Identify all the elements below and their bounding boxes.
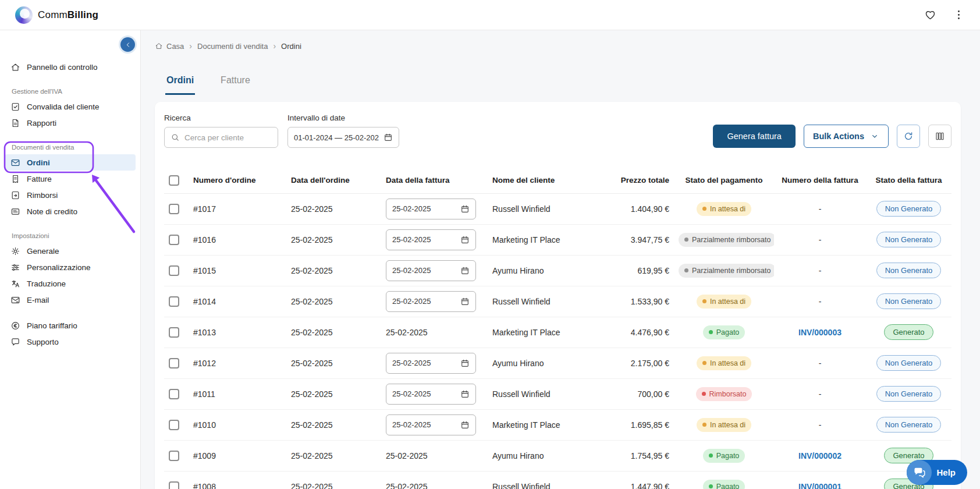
order-number-cell: #1009 bbox=[189, 440, 286, 471]
order-date-cell: 25-02-2025 bbox=[286, 471, 381, 489]
sidebar-item-traduzione[interactable]: Traduzione bbox=[5, 275, 136, 292]
column-settings-button[interactable] bbox=[928, 125, 951, 148]
sidebar-item-rapporti[interactable]: Rapporti bbox=[5, 115, 136, 131]
order-date-cell: 25-02-2025 bbox=[286, 440, 381, 471]
checkbox-cell bbox=[164, 193, 189, 224]
tab-fatture[interactable]: Fatture bbox=[219, 70, 251, 95]
row-checkbox[interactable] bbox=[169, 389, 179, 399]
select-all-checkbox[interactable] bbox=[169, 175, 179, 186]
column-header-numero-d-ordine: Numero d'ordine bbox=[189, 168, 286, 193]
payment-status-cell: Pagato bbox=[674, 471, 774, 489]
sidebar-item-ordini[interactable]: Ordini bbox=[5, 154, 136, 171]
breadcrumb-item-documenti-di-vendita[interactable]: Documenti di vendita bbox=[197, 42, 268, 51]
brand-prefix: Comm bbox=[38, 9, 68, 20]
topbar: CommBilling bbox=[0, 0, 980, 30]
row-checkbox[interactable] bbox=[169, 481, 179, 489]
invoice-date-value: 25-02-2025 bbox=[392, 389, 431, 398]
sidebar-item-piano-tariffario[interactable]: Piano tariffario bbox=[5, 317, 136, 334]
payment-status-label: Pagato bbox=[716, 452, 740, 460]
order-number-cell: #1012 bbox=[189, 348, 286, 378]
breadcrumb-separator: › bbox=[189, 41, 192, 51]
invoice-date-cell: 25-02-2025 bbox=[381, 378, 488, 409]
order-date-cell: 25-02-2025 bbox=[286, 378, 381, 409]
total-price-cell: 4.476,90 € bbox=[603, 317, 674, 348]
tab-ordini[interactable]: Ordini bbox=[165, 70, 195, 95]
invoice-date-picker[interactable]: 25-02-2025 bbox=[386, 229, 476, 250]
invoice-date-picker[interactable]: 25-02-2025 bbox=[386, 353, 476, 374]
kebab-menu-icon[interactable] bbox=[953, 9, 965, 21]
sidebar-item-fatture[interactable]: Fatture bbox=[5, 171, 136, 187]
invoice-status-cell: Non Generato bbox=[866, 348, 951, 378]
invoice-date-picker[interactable]: 25-02-2025 bbox=[386, 199, 476, 219]
row-checkbox[interactable] bbox=[169, 296, 179, 307]
main-content: Casa›Documenti di vendita›Ordini OrdiniF… bbox=[141, 30, 980, 489]
invoice-number-link[interactable]: INV/000003 bbox=[798, 328, 841, 337]
sidebar-item-label: Traduzione bbox=[27, 279, 66, 288]
invoice-date-value: 25-02-2025 bbox=[392, 266, 431, 275]
invoice-number-link[interactable]: INV/000001 bbox=[798, 482, 841, 489]
search-label: Ricerca bbox=[164, 114, 278, 122]
breadcrumb-item-ordini[interactable]: Ordini bbox=[281, 42, 301, 51]
help-button[interactable]: Help bbox=[907, 460, 967, 485]
invoice-number-cell: INV/000001 bbox=[774, 471, 866, 489]
invoice-number-link[interactable]: INV/000002 bbox=[798, 451, 841, 460]
status-dot-icon bbox=[709, 453, 713, 458]
date-range-input[interactable]: 01-01-2024 — 25-02-202 bbox=[287, 127, 399, 148]
sidebar-item-rimborsi[interactable]: Rimborsi bbox=[5, 187, 136, 203]
invoice-date-picker[interactable]: 25-02-2025 bbox=[386, 291, 476, 312]
invoice-number-cell: - bbox=[774, 255, 866, 286]
payment-status-badge: Parzialmente rimborsato bbox=[679, 264, 774, 278]
generate-invoice-button[interactable]: Genera fattura bbox=[713, 125, 796, 148]
column-header-data-della-fattura: Data della fattura bbox=[381, 168, 488, 193]
pricing-icon bbox=[10, 321, 20, 331]
checkbox-cell bbox=[164, 224, 189, 255]
row-checkbox[interactable] bbox=[169, 451, 179, 461]
invoices-icon bbox=[10, 174, 20, 184]
payment-status-label: Rimborsato bbox=[709, 390, 747, 398]
row-checkbox[interactable] bbox=[169, 327, 179, 338]
breadcrumb-item-casa[interactable]: Casa bbox=[155, 42, 184, 51]
total-price-cell: 619,95 € bbox=[603, 255, 674, 286]
row-checkbox[interactable] bbox=[169, 204, 179, 214]
sidebar-item-supporto[interactable]: Supporto bbox=[5, 334, 136, 350]
row-checkbox[interactable] bbox=[169, 265, 179, 276]
sidebar-item-pannello-di-controllo[interactable]: Pannello di controllo bbox=[5, 59, 136, 75]
sidebar-item-note-di-credito[interactable]: Note di credito bbox=[5, 203, 136, 219]
payment-status-badge: Parzialmente rimborsato bbox=[679, 233, 774, 247]
order-date-cell: 25-02-2025 bbox=[286, 286, 381, 317]
date-range-filter: Intervallo di date 01-01-2024 — 25-02-20… bbox=[287, 114, 399, 148]
row-checkbox[interactable] bbox=[169, 358, 179, 368]
sidebar-section-header: Documenti di vendita bbox=[12, 143, 140, 151]
sidebar-item-generale[interactable]: Generale bbox=[5, 243, 136, 259]
favorites-heart-icon[interactable] bbox=[924, 9, 936, 21]
bulk-actions-button[interactable]: Bulk Actions bbox=[804, 125, 889, 148]
sidebar-item-e-mail[interactable]: E-mail bbox=[5, 292, 136, 308]
checkbox-cell bbox=[164, 348, 189, 378]
invoice-date-picker[interactable]: 25-02-2025 bbox=[386, 414, 476, 435]
payment-status-cell: Pagato bbox=[674, 440, 774, 471]
date-range-value: 01-01-2024 — 25-02-202 bbox=[294, 133, 379, 142]
customer-name-cell: Russell Winfield bbox=[488, 378, 603, 409]
row-checkbox[interactable] bbox=[169, 420, 179, 430]
sidebar-item-personalizzazione[interactable]: Personalizzazione bbox=[5, 259, 136, 275]
total-price-cell: 3.947,75 € bbox=[603, 224, 674, 255]
order-number-cell: #1014 bbox=[189, 286, 286, 317]
sidebar-item-convalida-del-cliente[interactable]: Convalida del cliente bbox=[5, 98, 136, 115]
search-input[interactable] bbox=[184, 133, 272, 142]
sidebar-section: Piano tariffarioSupporto bbox=[0, 317, 140, 350]
table-row: #101425-02-202525-02-2025Russell Winfiel… bbox=[164, 286, 951, 317]
sidebar-collapse-button[interactable] bbox=[120, 37, 135, 52]
invoice-date-picker[interactable]: 25-02-2025 bbox=[386, 260, 476, 281]
table-row: #101225-02-202525-02-2025Ayumu Hirano2.1… bbox=[164, 348, 951, 378]
credit-notes-icon bbox=[10, 207, 20, 217]
invoice-status-badge: Non Generato bbox=[876, 355, 942, 371]
invoice-number-cell: - bbox=[774, 193, 866, 224]
brand[interactable]: CommBilling bbox=[15, 6, 98, 24]
row-checkbox[interactable] bbox=[169, 235, 179, 245]
invoice-date-picker[interactable]: 25-02-2025 bbox=[386, 384, 476, 405]
refresh-button[interactable] bbox=[897, 125, 920, 148]
order-date-cell: 25-02-2025 bbox=[286, 193, 381, 224]
invoice-date-cell: 25-02-2025 bbox=[381, 255, 488, 286]
customer-name-cell: Marketing IT Place bbox=[488, 317, 603, 348]
orders-card: Ricerca Intervallo di date 01-01-2024 — … bbox=[155, 102, 961, 489]
